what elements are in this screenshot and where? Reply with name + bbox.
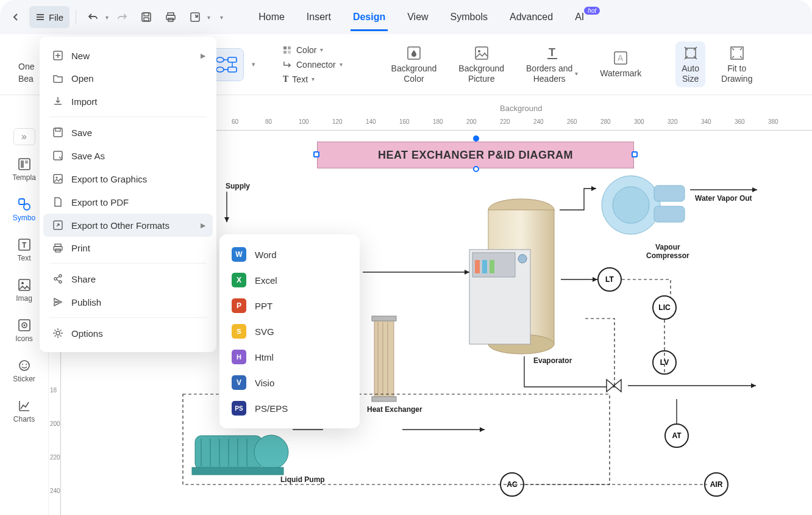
instrument-lt[interactable]: LT [597, 267, 622, 292]
diagram-title[interactable]: HEAT EXCHANGER P&ID DIAGRAM [317, 142, 634, 168]
svg-point-81 [59, 281, 62, 283]
sticker-icon [18, 359, 31, 372]
export-visio[interactable]: V Visio [223, 370, 356, 395]
export-formats-submenu: W Word X Excel P PPT S SVG H Html V Visi… [219, 234, 360, 428]
watermark-button[interactable]: A Watermark [594, 46, 647, 82]
tab-ai[interactable]: AI hot [572, 3, 586, 31]
export-dropdown[interactable]: ▾ [207, 14, 210, 21]
connector-dropdown[interactable]: Connector▾ [280, 59, 345, 71]
hamburger-icon [35, 12, 45, 22]
menu-separator [49, 263, 207, 264]
svg-rect-28 [25, 160, 28, 164]
svg-rect-13 [228, 67, 237, 72]
svg-point-12 [216, 67, 224, 72]
svg-rect-0 [142, 13, 151, 21]
svg-point-30 [24, 204, 30, 210]
rail-text[interactable]: T Text [6, 234, 43, 266]
instrument-lic[interactable]: LIC [652, 295, 677, 320]
export-ppt[interactable]: P PPT [223, 293, 356, 319]
rail-templates[interactable]: Templa [6, 154, 43, 185]
tab-home[interactable]: Home [256, 3, 287, 31]
menu-export-pdf[interactable]: Export to PDF [43, 190, 213, 214]
rail-charts[interactable]: Charts [6, 395, 43, 427]
menu-options[interactable]: Options [43, 322, 213, 345]
menu-publish[interactable]: Publish [43, 290, 213, 314]
rail-collapse-button[interactable]: » [13, 128, 35, 145]
tab-insert[interactable]: Insert [304, 3, 333, 31]
redo-button[interactable] [111, 6, 133, 28]
svg-point-38 [20, 361, 29, 370]
tab-symbols[interactable]: Symbols [448, 3, 490, 31]
file-dropdown-menu: New ▶ Open Import Save Save As Export to… [40, 37, 216, 352]
menu-new[interactable]: New ▶ [43, 44, 213, 67]
menu-open[interactable]: Open [43, 67, 213, 90]
menu-import[interactable]: Import [43, 90, 213, 113]
template-icon [18, 157, 31, 171]
rail-icons[interactable]: Icons [6, 315, 43, 347]
bg-color-button[interactable]: Background Color [385, 41, 443, 88]
borders-headers-button[interactable]: T Borders and Headers▾ [520, 41, 584, 88]
tab-advanced[interactable]: Advanced [507, 3, 555, 31]
file-menu-button[interactable]: File [29, 6, 69, 28]
print-icon [52, 243, 64, 253]
instrument-at[interactable]: AT [664, 423, 689, 448]
export-word[interactable]: W Word [223, 242, 356, 267]
tab-design[interactable]: Design [351, 3, 388, 31]
export-quick-button[interactable] [184, 6, 206, 28]
label-heat-exchanger: Heat Exchanger [367, 405, 422, 414]
print-button[interactable] [160, 6, 182, 28]
bg-picture-button[interactable]: Background Picture [452, 41, 510, 88]
svg-text:T: T [549, 46, 555, 59]
selection-handle[interactable] [473, 166, 479, 172]
auto-size-button[interactable]: Auto Size [675, 41, 705, 88]
menu-share[interactable]: Share [43, 267, 213, 290]
folder-icon [52, 74, 64, 84]
svg-rect-56 [372, 397, 396, 402]
control-panel-shape[interactable] [466, 247, 540, 350]
text-icon: T [18, 238, 31, 251]
tab-view[interactable]: View [405, 3, 430, 31]
image-icon [18, 278, 31, 292]
selection-handle[interactable] [313, 151, 319, 157]
svg-rect-17 [288, 51, 291, 54]
svg-rect-29 [19, 199, 24, 204]
undo-button[interactable] [82, 6, 104, 28]
heat-exchanger-shape[interactable] [366, 314, 402, 405]
rail-symbols[interactable]: Symbo [6, 194, 43, 226]
color-dropdown[interactable]: Color▾ [280, 44, 345, 56]
undo-dropdown[interactable]: ▾ [105, 14, 109, 21]
menu-save[interactable]: Save [43, 121, 213, 144]
menu-export-other[interactable]: Export to Other Formats ▶ [43, 214, 213, 237]
rotation-handle[interactable] [473, 135, 479, 142]
instrument-ac[interactable]: AC [500, 472, 524, 497]
svg-point-10 [216, 57, 224, 62]
export-excel[interactable]: X Excel [223, 267, 356, 293]
text-dropdown[interactable]: T Text▾ [280, 73, 345, 85]
save-button[interactable] [135, 6, 157, 28]
fit-drawing-button[interactable]: Fit to Drawing [715, 41, 758, 88]
svg-rect-62 [192, 467, 283, 475]
export-html[interactable]: H Html [223, 344, 356, 370]
instrument-air[interactable]: AIR [704, 472, 728, 497]
instrument-lv[interactable]: LV [652, 350, 677, 375]
menu-print[interactable]: Print [43, 237, 213, 259]
compressor-shape[interactable] [588, 168, 692, 242]
rail-sticker[interactable]: Sticker [6, 355, 43, 387]
export-svg[interactable]: S SVG [223, 319, 356, 344]
back-button[interactable] [5, 6, 27, 28]
menu-save-as[interactable]: Save As [43, 144, 213, 167]
shape-style-more[interactable]: ▾ [246, 48, 261, 81]
menu-export-graphics[interactable]: Export to Graphics [43, 167, 213, 190]
svg-point-61 [254, 435, 288, 469]
rail-image[interactable]: Imag [6, 275, 43, 306]
selection-handle[interactable] [632, 151, 638, 157]
export-ps[interactable]: PS PS/EPS [223, 395, 356, 421]
svg-rect-53 [654, 206, 685, 222]
text-underline-icon: T [544, 45, 560, 61]
color-grid-icon [283, 46, 293, 54]
svg-rect-48 [482, 260, 487, 273]
svg-point-37 [23, 325, 25, 326]
more-dropdown[interactable]: ▾ [220, 14, 223, 21]
svg-icon: S [232, 324, 246, 339]
pump-shape[interactable] [189, 423, 293, 478]
